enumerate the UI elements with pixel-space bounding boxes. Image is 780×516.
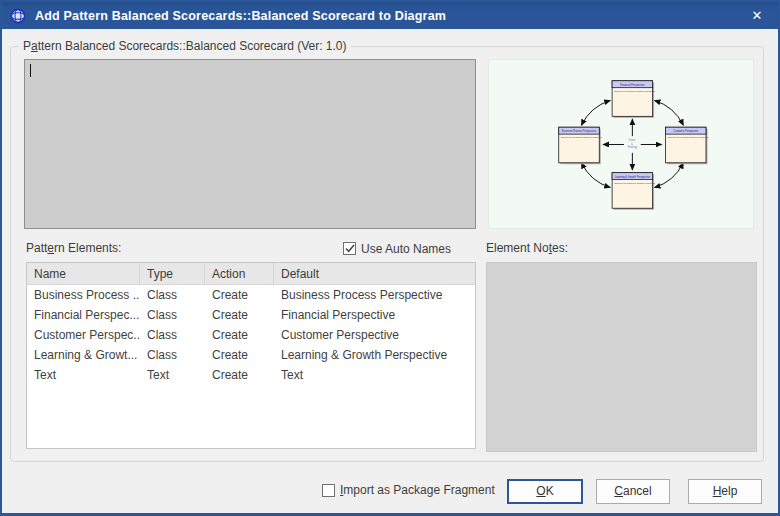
table-row[interactable]: Customer Perspec... Class Create Custome… <box>27 325 475 345</box>
checkmark-icon <box>345 244 355 253</box>
cell-type: Class <box>140 285 205 305</box>
column-header-name[interactable]: Name <box>27 263 140 284</box>
center-vision-label: Vision & Strategy <box>627 138 638 149</box>
cell-type: Class <box>140 325 205 345</box>
column-header-type[interactable]: Type <box>140 263 205 284</box>
class-attributes: Objectives Measures Targets Initiatives <box>614 182 656 185</box>
cell-action: Create <box>205 365 274 385</box>
window-title: Add Pattern Balanced Scorecards::Balance… <box>35 9 446 23</box>
cell-default: Business Process Perspective <box>274 285 475 305</box>
cell-action: Create <box>205 325 274 345</box>
cell-default: Text <box>274 365 475 385</box>
cell-name: Learning & Growt... <box>27 345 140 365</box>
groupbox-label: Pattern Balanced Scorecards::Balanced Sc… <box>19 39 351 53</box>
element-notes-label: Element Notes: <box>486 241 568 255</box>
class-box-customer: Customer Perspective Objectives Measures… <box>665 127 709 164</box>
cell-name: Business Process ... <box>27 285 140 305</box>
class-attributes: Objectives Measures Targets Initiatives <box>561 136 603 139</box>
class-title: Customer Perspective <box>673 129 699 133</box>
class-title: Learning & Growth Perspective <box>615 175 651 179</box>
class-box-business-process: Business Process Perspective Objectives … <box>559 127 603 164</box>
pattern-preview-panel: Financial Perspective Objectives Measure… <box>488 59 754 229</box>
table-row[interactable]: Text Text Create Text <box>27 365 475 385</box>
cell-default: Learning & Growth Perspective <box>274 345 475 365</box>
table-header-row: Name Type Action Default <box>27 263 475 285</box>
pattern-elements-table[interactable]: Name Type Action Default Business Proces… <box>26 262 476 449</box>
cell-name: Financial Perspec... <box>27 305 140 325</box>
ok-button[interactable]: OK <box>507 479 583 504</box>
cell-type: Class <box>140 345 205 365</box>
class-attributes: Objectives Measures Targets Initiatives <box>667 136 709 139</box>
column-header-default[interactable]: Default <box>274 263 475 284</box>
cell-default: Customer Perspective <box>274 325 475 345</box>
pattern-description-input[interactable] <box>24 59 476 229</box>
cell-type: Class <box>140 305 205 325</box>
cell-action: Create <box>205 285 274 305</box>
cell-name: Customer Perspec... <box>27 325 140 345</box>
text-caret <box>30 64 31 77</box>
use-auto-names-label[interactable]: Use Auto Names <box>361 242 451 256</box>
table-row[interactable]: Business Process ... Class Create Busine… <box>27 285 475 305</box>
cell-name: Text <box>27 365 140 385</box>
cancel-button[interactable]: Cancel <box>596 479 670 504</box>
add-pattern-dialog: Add Pattern Balanced Scorecards::Balance… <box>0 0 780 516</box>
column-header-action[interactable]: Action <box>205 263 274 284</box>
class-box-financial: Financial Perspective Objectives Measure… <box>612 81 656 118</box>
cell-action: Create <box>205 305 274 325</box>
cell-action: Create <box>205 345 274 365</box>
use-auto-names-checkbox[interactable] <box>343 242 356 255</box>
class-title: Financial Perspective <box>620 83 645 87</box>
table-row[interactable]: Learning & Growt... Class Create Learnin… <box>27 345 475 365</box>
import-package-fragment-label[interactable]: Import as Package Fragment <box>340 483 495 497</box>
titlebar[interactable]: Add Pattern Balanced Scorecards::Balance… <box>2 2 778 29</box>
class-box-learning-growth: Learning & Growth Perspective Objectives… <box>612 173 656 210</box>
cell-default: Financial Perspective <box>274 305 475 325</box>
class-attributes: Objectives Measures Targets Initiatives <box>614 90 656 93</box>
app-globe-icon <box>10 8 26 24</box>
pattern-elements-label: Pattern Elements: <box>26 241 121 255</box>
help-button[interactable]: Help <box>688 479 762 504</box>
balanced-scorecard-diagram: Financial Perspective Objectives Measure… <box>489 60 753 228</box>
table-row[interactable]: Financial Perspec... Class Create Financ… <box>27 305 475 325</box>
class-title: Business Process Perspective <box>562 129 597 133</box>
element-notes-box[interactable] <box>486 262 757 452</box>
cell-type: Text <box>140 365 205 385</box>
import-package-fragment-checkbox[interactable] <box>322 484 335 497</box>
close-icon[interactable]: ✕ <box>744 2 770 29</box>
